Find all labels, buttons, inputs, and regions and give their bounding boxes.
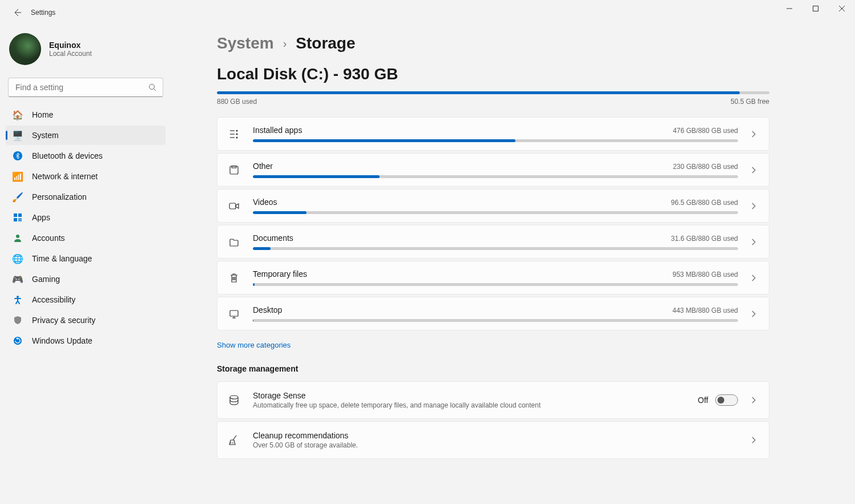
svg-point-17 bbox=[236, 133, 238, 135]
svg-point-26 bbox=[230, 396, 238, 399]
update-icon bbox=[13, 336, 23, 346]
storage-sense-icon bbox=[227, 393, 241, 408]
chevron-right-icon bbox=[749, 130, 757, 138]
category-bar bbox=[253, 139, 738, 142]
nav-label: Bluetooth & devices bbox=[32, 151, 103, 160]
category-bar bbox=[253, 283, 738, 286]
category-bar bbox=[253, 211, 738, 214]
person-icon bbox=[13, 233, 23, 243]
category-usage: 230 GB/880 GB used bbox=[673, 163, 738, 171]
storage-sense-card[interactable]: Storage Sense Automatically free up spac… bbox=[217, 381, 769, 419]
svg-rect-1 bbox=[813, 6, 818, 11]
nav-system[interactable]: 🖥️ System bbox=[6, 126, 166, 145]
chevron-right-icon bbox=[749, 310, 757, 318]
main-content: System › Storage Local Disk (C:) - 930 G… bbox=[171, 25, 855, 504]
show-more-link[interactable]: Show more categories bbox=[217, 341, 291, 349]
maximize-button[interactable] bbox=[802, 0, 829, 17]
nav-bluetooth[interactable]: Bluetooth & devices bbox=[6, 146, 166, 166]
nav-personalization[interactable]: 🖌️ Personalization bbox=[6, 187, 166, 207]
svg-point-15 bbox=[236, 130, 238, 131]
titlebar: Settings bbox=[0, 0, 855, 25]
gaming-icon: 🎮 bbox=[13, 274, 23, 284]
nav-privacy[interactable]: Privacy & security bbox=[6, 311, 166, 330]
nav-label: Privacy & security bbox=[32, 316, 95, 325]
back-button[interactable] bbox=[11, 7, 23, 18]
apps-icon bbox=[13, 212, 23, 223]
nav-label: Home bbox=[32, 110, 53, 119]
svg-point-12 bbox=[17, 296, 19, 298]
breadcrumb: System › Storage bbox=[217, 34, 769, 53]
nav-label: Time & language bbox=[32, 254, 92, 263]
breadcrumb-current: Storage bbox=[296, 34, 355, 53]
category-card[interactable]: Documents31.6 GB/880 GB used bbox=[217, 225, 769, 259]
nav-time[interactable]: 🌐 Time & language bbox=[6, 249, 166, 268]
category-usage: 443 MB/880 GB used bbox=[672, 307, 738, 315]
svg-rect-9 bbox=[14, 218, 17, 221]
svg-rect-8 bbox=[18, 213, 22, 217]
category-name: Other bbox=[253, 162, 273, 171]
profile-sub: Local Account bbox=[49, 50, 92, 58]
nav-accessibility[interactable]: Accessibility bbox=[6, 290, 166, 309]
avatar bbox=[9, 33, 41, 65]
nav-accounts[interactable]: Accounts bbox=[6, 228, 166, 248]
nav-update[interactable]: Windows Update bbox=[6, 331, 166, 350]
category-card[interactable]: Temporary files953 MB/880 GB used bbox=[217, 261, 769, 295]
chevron-right-icon: › bbox=[283, 37, 287, 50]
category-usage: 96.5 GB/880 GB used bbox=[671, 199, 738, 207]
profile-name: Equinox bbox=[49, 41, 92, 50]
svg-rect-10 bbox=[18, 218, 22, 221]
cleanup-card[interactable]: Cleanup recommendations Over 5.00 GB of … bbox=[217, 421, 769, 459]
category-icon bbox=[227, 235, 241, 249]
breadcrumb-parent[interactable]: System bbox=[217, 34, 274, 53]
chevron-right-icon bbox=[749, 166, 757, 174]
nav-apps[interactable]: Apps bbox=[6, 208, 166, 227]
category-card[interactable]: Desktop443 MB/880 GB used bbox=[217, 297, 769, 330]
category-bar bbox=[253, 319, 738, 322]
cleanup-title: Cleanup recommendations bbox=[253, 431, 738, 440]
nav-network[interactable]: 📶 Network & internet bbox=[6, 167, 166, 186]
category-card[interactable]: Installed apps476 GB/880 GB used bbox=[217, 117, 769, 151]
nav-label: System bbox=[32, 131, 59, 140]
storage-sense-toggle[interactable] bbox=[715, 394, 738, 406]
svg-point-4 bbox=[150, 84, 155, 90]
profile-block[interactable]: Equinox Local Account bbox=[6, 30, 166, 73]
window-title: Settings bbox=[31, 9, 55, 17]
nav-home[interactable]: 🏠 Home bbox=[6, 105, 166, 124]
search-icon bbox=[148, 83, 156, 91]
chevron-right-icon bbox=[749, 202, 757, 210]
chevron-right-icon bbox=[749, 238, 757, 246]
minimize-button[interactable] bbox=[776, 0, 802, 17]
category-name: Videos bbox=[253, 197, 277, 207]
category-card[interactable]: Videos96.5 GB/880 GB used bbox=[217, 189, 769, 223]
nav-label: Accounts bbox=[32, 233, 65, 243]
nav-label: Accessibility bbox=[32, 295, 75, 304]
sidebar: Equinox Local Account 🏠 Home 🖥️ System B… bbox=[0, 25, 171, 504]
brush-icon: 🖌️ bbox=[13, 192, 23, 202]
bluetooth-icon bbox=[13, 151, 23, 161]
close-button[interactable] bbox=[829, 0, 855, 17]
nav-gaming[interactable]: 🎮 Gaming bbox=[6, 269, 166, 289]
category-name: Temporary files bbox=[253, 269, 307, 279]
disk-used-label: 880 GB used bbox=[217, 98, 257, 106]
toggle-state-label: Off bbox=[698, 396, 708, 405]
category-name: Installed apps bbox=[253, 126, 302, 135]
category-card[interactable]: Other230 GB/880 GB used bbox=[217, 153, 769, 187]
category-icon bbox=[227, 199, 241, 213]
svg-point-11 bbox=[16, 235, 19, 238]
category-usage: 476 GB/880 GB used bbox=[673, 127, 738, 135]
category-name: Desktop bbox=[253, 305, 282, 315]
svg-line-28 bbox=[231, 442, 231, 444]
svg-point-19 bbox=[236, 136, 238, 138]
search-input[interactable] bbox=[8, 78, 163, 97]
svg-line-27 bbox=[233, 436, 236, 440]
system-icon: 🖥️ bbox=[13, 130, 23, 140]
nav-label: Gaming bbox=[32, 275, 60, 284]
category-icon bbox=[227, 127, 241, 142]
accessibility-icon bbox=[13, 295, 23, 305]
category-icon bbox=[227, 163, 241, 178]
cleanup-sub: Over 5.00 GB of storage available. bbox=[253, 441, 738, 449]
disk-free-label: 50.5 GB free bbox=[731, 98, 769, 106]
nav-label: Personalization bbox=[32, 192, 87, 201]
chevron-right-icon bbox=[749, 436, 757, 444]
svg-rect-7 bbox=[14, 213, 17, 217]
